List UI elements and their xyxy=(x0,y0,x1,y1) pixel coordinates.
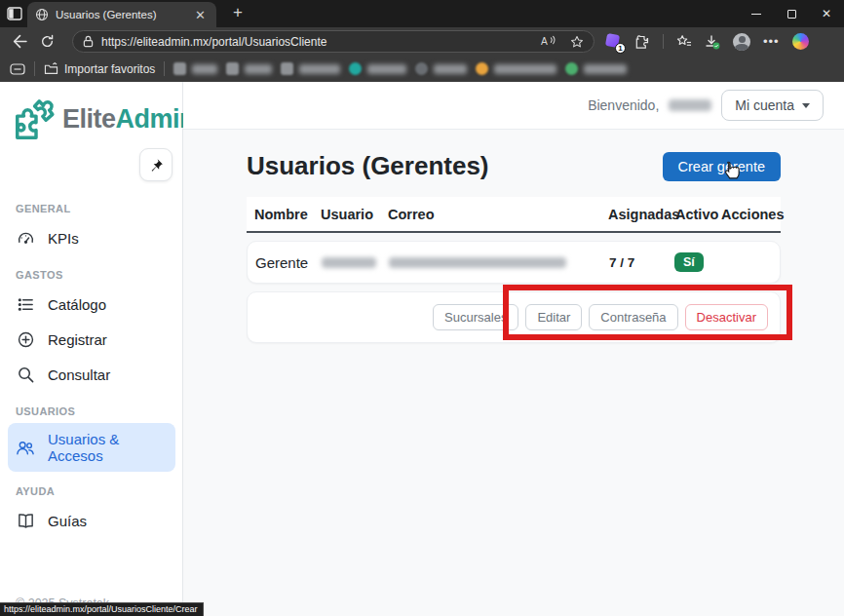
app-logo[interactable]: EliteAdmin xyxy=(10,94,195,144)
favorites-icon[interactable] xyxy=(676,34,692,49)
import-favorites-button[interactable]: Importar favoritos xyxy=(44,62,155,76)
bookmark-item[interactable] xyxy=(476,62,556,75)
window-close-button[interactable]: ✕ xyxy=(809,0,844,27)
bookmark-item[interactable] xyxy=(349,62,406,75)
bookmark-item[interactable] xyxy=(226,62,272,75)
refresh-icon[interactable] xyxy=(33,29,60,55)
sidebar-item-label: Guías xyxy=(48,513,87,529)
new-tab-button[interactable]: + xyxy=(226,3,249,22)
bookmark-item[interactable] xyxy=(173,62,217,75)
cell-nombre: Gerente xyxy=(255,254,322,271)
collections-icon[interactable] xyxy=(10,62,25,76)
cell-correo-blurred xyxy=(389,257,566,268)
section-label-ayuda: AYUDA xyxy=(16,485,168,497)
plus-circle-icon xyxy=(16,329,35,349)
browser-titlebar: Usuarios (Gerentes) ✕ + ✕ xyxy=(0,0,844,27)
downloads-icon[interactable] xyxy=(705,34,720,50)
sidebar-item-label: KPIs xyxy=(48,230,79,247)
tab-title: Usuarios (Gerentes) xyxy=(56,9,185,20)
puzzle-logo-icon xyxy=(10,94,62,144)
column-header-asignadas: Asignadas xyxy=(608,207,675,222)
section-label-usuarios: USUARIOS xyxy=(16,405,168,417)
back-icon[interactable] xyxy=(6,29,33,55)
profile-avatar[interactable] xyxy=(733,33,750,51)
status-badge-active: Sí xyxy=(674,252,704,272)
toolbar-divider xyxy=(663,34,664,49)
browser-tab[interactable]: Usuarios (Gerentes) ✕ xyxy=(27,2,216,27)
section-label-general: GENERAL xyxy=(16,203,168,214)
sidebar-item-label: Consultar xyxy=(48,366,110,383)
settings-more-icon[interactable]: ••• xyxy=(763,34,780,49)
bookmark-item[interactable] xyxy=(281,62,340,75)
logo-text: EliteAdmin xyxy=(62,104,195,135)
page-title: Usuarios (Gerentes) xyxy=(247,151,489,181)
window-controls: ✕ xyxy=(739,0,844,27)
main-content: Bienvenido, Mi cuenta Usuarios (Gerentes… xyxy=(183,82,844,616)
sidebar-item-label: Catálogo xyxy=(48,296,106,313)
gauge-icon xyxy=(16,228,35,248)
sidebar-item-guias[interactable]: Guías xyxy=(8,503,175,538)
window-minimize-button[interactable] xyxy=(739,0,774,27)
favorites-bar: Importar favoritos xyxy=(0,56,844,82)
table-row: Gerente 7 / 7 Sí xyxy=(247,241,781,284)
tab-actions-menu-icon[interactable] xyxy=(0,0,29,27)
address-bar[interactable]: https://eliteadmin.mx/portal/UsuariosCli… xyxy=(72,30,595,53)
cell-usuario-blurred xyxy=(322,257,376,268)
sidebar-item-registrar[interactable]: Registrar xyxy=(8,322,175,357)
copilot-icon[interactable] xyxy=(792,33,809,50)
extensions-menu-icon[interactable] xyxy=(634,34,650,50)
sidebar-item-kpis[interactable]: KPIs xyxy=(8,220,175,255)
pin-icon xyxy=(149,158,164,173)
url-text: https://eliteadmin.mx/portal/UsuariosCli… xyxy=(101,35,532,49)
create-manager-button[interactable]: Crear gerente xyxy=(663,152,781,181)
window-maximize-button[interactable] xyxy=(774,0,809,27)
portal-header: Bienvenido, Mi cuenta xyxy=(183,82,844,130)
browser-window: Usuarios (Gerentes) ✕ + ✕ https://elitea… xyxy=(0,0,844,616)
column-header-nombre: Nombre xyxy=(254,207,321,222)
welcome-text: Bienvenido, xyxy=(588,97,659,113)
sidebar-item-catalogo[interactable]: Catálogo xyxy=(8,287,175,322)
users-icon xyxy=(16,438,35,457)
cell-asignadas: 7 / 7 xyxy=(607,255,674,270)
web-page: EliteAdmin GENERAL KPIs GASTOS xyxy=(0,82,844,616)
chevron-down-icon xyxy=(802,103,810,108)
sidebar-menu: GENERAL KPIs GASTOS Catálogo xyxy=(0,189,183,538)
sidebar-item-consultar[interactable]: Consultar xyxy=(8,357,175,392)
column-header-activo: Activo xyxy=(675,207,721,222)
red-highlight-annotation xyxy=(503,285,792,340)
column-header-usuario: Usuario xyxy=(321,207,388,222)
globe-icon xyxy=(35,8,49,21)
list-icon xyxy=(16,294,35,314)
my-account-button[interactable]: Mi cuenta xyxy=(721,90,824,121)
tab-close-icon[interactable]: ✕ xyxy=(192,7,209,23)
user-name-blurred xyxy=(669,99,711,111)
bookmark-item[interactable] xyxy=(565,62,627,75)
svg-text:A: A xyxy=(541,36,548,47)
extension-badge: 1 xyxy=(615,43,626,54)
table-header-row: Nombre Usuario Correo Asignadas Activo A… xyxy=(247,197,781,233)
search-icon xyxy=(16,365,35,384)
column-header-correo: Correo xyxy=(388,207,608,222)
sidebar: EliteAdmin GENERAL KPIs GASTOS xyxy=(0,82,183,616)
sidebar-item-label: Usuarios & Accesos xyxy=(48,431,168,464)
sidebar-item-label: Registrar xyxy=(48,331,107,348)
read-aloud-icon[interactable]: A xyxy=(540,35,556,48)
column-header-acciones: Acciones xyxy=(721,207,773,222)
browser-toolbar: https://eliteadmin.mx/portal/UsuariosCli… xyxy=(0,27,844,56)
extension-icon[interactable]: 1 xyxy=(606,34,622,50)
sidebar-item-usuarios-accesos[interactable]: Usuarios & Accesos xyxy=(8,423,175,472)
lock-icon xyxy=(83,35,94,48)
import-favorites-label: Importar favoritos xyxy=(64,62,155,76)
book-icon xyxy=(16,511,35,530)
section-label-gastos: GASTOS xyxy=(16,269,168,281)
pin-sidebar-button[interactable] xyxy=(139,148,173,181)
my-account-label: Mi cuenta xyxy=(735,97,794,113)
favbar-divider-2 xyxy=(164,61,165,76)
bookmark-item[interactable] xyxy=(415,62,467,75)
favorite-star-icon[interactable] xyxy=(570,35,584,49)
status-bar-url: https://eliteadmin.mx/portal/UsuariosCli… xyxy=(0,602,204,616)
toolbar-extensions-area: 1 ••• xyxy=(606,29,809,54)
favbar-divider xyxy=(34,61,35,76)
